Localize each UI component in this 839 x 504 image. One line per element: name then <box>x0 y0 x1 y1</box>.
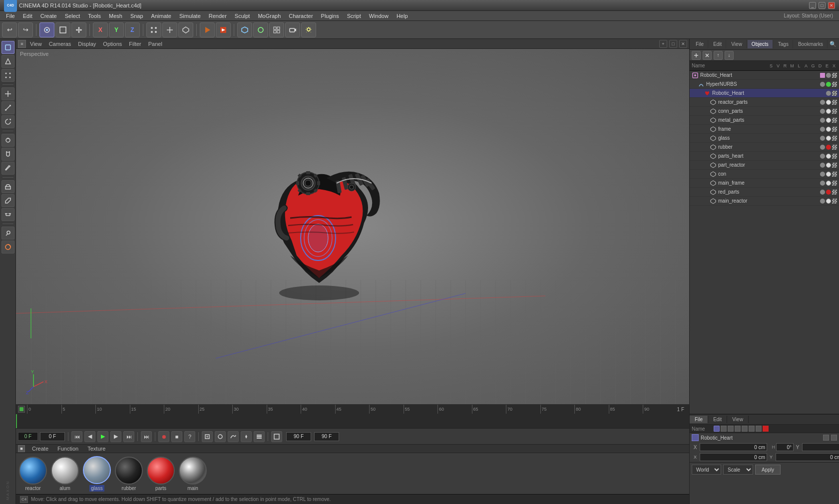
coord-sy-input[interactable] <box>776 453 839 461</box>
edges-mode-button[interactable] <box>162 22 177 37</box>
menu-mograph[interactable]: MoGraph <box>254 12 285 20</box>
obj-robotic-heart-root[interactable]: Robotic_Heart <box>690 71 839 80</box>
panel-tab-file[interactable]: File <box>692 40 708 48</box>
extrude-btn[interactable] <box>1 180 14 193</box>
key-all-button[interactable] <box>202 431 213 442</box>
grid-button[interactable] <box>269 22 284 37</box>
move-tool-button[interactable] <box>71 22 86 37</box>
stop-button[interactable]: ■ <box>171 431 182 442</box>
menu-animate[interactable]: Animate <box>147 12 175 20</box>
menu-mesh[interactable]: Mesh <box>105 12 126 20</box>
menu-create[interactable]: Create <box>36 12 61 20</box>
material-main-preview[interactable] <box>179 457 207 485</box>
material-glass-preview[interactable] <box>83 456 111 484</box>
menu-sculpt[interactable]: Sculpt <box>231 12 254 20</box>
obj-red-parts[interactable]: red_parts <box>690 188 839 197</box>
motion-clip-button[interactable] <box>215 431 226 442</box>
coord-sx-input[interactable] <box>700 453 767 461</box>
mat-menu-function[interactable]: Function <box>53 445 82 453</box>
menu-simulate[interactable]: Simulate <box>175 12 205 20</box>
obj-glass[interactable]: glass <box>690 134 839 143</box>
render-button[interactable] <box>200 22 215 37</box>
texture-mode-btn[interactable] <box>1 55 14 68</box>
menu-select[interactable]: Select <box>61 12 84 20</box>
record-button[interactable]: ⏺ <box>158 431 169 442</box>
redo-button[interactable]: ↪ <box>18 22 33 37</box>
bridge-btn[interactable] <box>1 208 14 221</box>
menu-tools[interactable]: Tools <box>84 12 105 20</box>
render-active-button[interactable] <box>216 22 231 37</box>
viewport-maximize-btn[interactable]: □ <box>669 40 677 48</box>
magnet-btn[interactable] <box>1 148 14 161</box>
live-selection-button[interactable] <box>39 22 54 37</box>
obj-parts-heart[interactable]: parts_heart <box>690 152 839 161</box>
z-axis-button[interactable]: Z <box>125 22 140 37</box>
maximize-button[interactable]: □ <box>819 2 826 9</box>
sphere-button[interactable] <box>253 22 268 37</box>
menu-render[interactable]: Render <box>205 12 231 20</box>
minimize-button[interactable]: _ <box>809 2 816 9</box>
panel-tab-objects[interactable]: Objects <box>748 40 773 48</box>
material-alum[interactable]: alum <box>51 457 79 491</box>
light-button[interactable] <box>301 22 316 37</box>
fps-input[interactable] <box>314 432 339 441</box>
obj-robotic-heart-child[interactable]: Robotic_Heart <box>690 89 839 98</box>
material-alum-preview[interactable] <box>51 457 79 485</box>
y-axis-button[interactable]: Y <box>109 22 124 37</box>
material-btn[interactable] <box>1 241 14 253</box>
material-rubber-preview[interactable] <box>115 457 143 485</box>
material-reactor-preview[interactable] <box>19 457 47 485</box>
x-axis-button[interactable]: X <box>93 22 108 37</box>
timeline-settings-button[interactable] <box>254 431 265 442</box>
viewport-menu-panel[interactable]: Panel <box>145 40 165 48</box>
close-button[interactable]: ✕ <box>828 2 835 9</box>
mat-menu-create[interactable]: Create <box>28 445 52 453</box>
obj-tb-down[interactable]: ↓ <box>725 51 734 60</box>
prev-frame-button[interactable]: ◀ <box>84 431 95 442</box>
obj-main-frame[interactable]: main_frame <box>690 179 839 188</box>
coord-x-input[interactable] <box>700 443 767 451</box>
obj-frame[interactable]: frame <box>690 125 839 134</box>
move-btn[interactable] <box>1 87 14 100</box>
viewport-menu-view[interactable]: View <box>27 40 45 48</box>
viewport-lock-btn[interactable]: + <box>659 40 667 48</box>
viewport-canvas[interactable]: Perspective <box>16 49 689 404</box>
points-mode-button[interactable] <box>146 22 161 37</box>
obj-main-reactor[interactable]: main_reactor <box>690 197 839 206</box>
transform-mode-dropdown[interactable]: Scale Move Rotate <box>723 465 753 475</box>
coord-tab-view[interactable]: View <box>727 416 749 423</box>
coord-y-input[interactable] <box>802 443 839 451</box>
object-button[interactable] <box>237 22 252 37</box>
start-frame-input[interactable] <box>40 432 65 441</box>
rotate-btn[interactable] <box>1 115 14 128</box>
viewport-menu-cameras[interactable]: Cameras <box>46 40 74 48</box>
obj-reactor-parts[interactable]: reactor_parts <box>690 98 839 107</box>
material-parts[interactable]: parts <box>147 457 175 491</box>
play-button[interactable]: ▶ <box>97 431 108 442</box>
bevel-btn[interactable] <box>1 194 14 207</box>
panel-tab-bookmarks[interactable]: Bookmarks <box>794 40 828 48</box>
help-button[interactable]: ? <box>184 431 195 442</box>
knife-btn[interactable] <box>1 162 14 175</box>
scale-btn[interactable] <box>1 101 14 114</box>
obj-conn-parts[interactable]: conn_parts <box>690 107 839 116</box>
menu-script[interactable]: Script <box>343 12 365 20</box>
end-frame-input[interactable] <box>286 432 311 441</box>
panel-search-icon[interactable]: 🔍 <box>829 40 837 48</box>
obj-part-reactor[interactable]: part_reactor <box>690 161 839 170</box>
material-panel-icon[interactable]: ■ <box>18 445 25 452</box>
snap-btn[interactable] <box>1 134 14 147</box>
apply-button[interactable]: Apply <box>755 465 781 475</box>
menu-file[interactable]: File <box>2 12 19 20</box>
viewport[interactable]: ≡ View Cameras Display Options Filter Pa… <box>16 39 689 404</box>
menu-snap[interactable]: Snap <box>126 12 147 20</box>
menu-help[interactable]: Help <box>393 12 412 20</box>
panel-tab-tags[interactable]: Tags <box>774 40 793 48</box>
menu-character[interactable]: Character <box>285 12 317 20</box>
coord-system-dropdown[interactable]: World Local Object <box>692 465 721 475</box>
next-frame-button[interactable]: ▶ <box>110 431 121 442</box>
obj-tb-up[interactable]: ↑ <box>714 51 723 60</box>
mat-menu-texture[interactable]: Texture <box>83 445 109 453</box>
obj-tb-delete[interactable] <box>703 51 712 60</box>
obj-metal-parts[interactable]: metal_parts <box>690 116 839 125</box>
